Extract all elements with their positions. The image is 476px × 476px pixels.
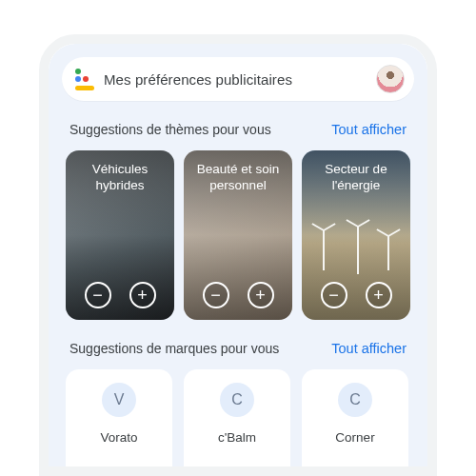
theme-card-title: Secteur de l'énergie [311, 162, 401, 194]
brand-card[interactable]: C Corner [302, 369, 408, 476]
brand-name: Corner [335, 430, 374, 445]
brands-section-header: Suggestions de marques pour vous Tout af… [62, 320, 414, 369]
brand-initial-badge: C [338, 383, 372, 417]
theme-remove-button[interactable]: − [321, 282, 347, 308]
app-header: Mes préférences publicitaires [62, 57, 414, 101]
theme-remove-button[interactable]: − [203, 282, 229, 308]
brands-carousel[interactable]: V Vorato C c'Balm C Corner [62, 369, 414, 476]
themes-section-label: Suggestions de thèmes pour vous [69, 122, 271, 137]
themes-section-header: Suggestions de thèmes pour vous Tout aff… [62, 101, 414, 150]
themes-show-all-link[interactable]: Tout afficher [331, 122, 407, 137]
brand-card[interactable]: V Vorato [66, 369, 172, 476]
brand-name: c'Balm [218, 430, 256, 445]
brands-show-all-link[interactable]: Tout afficher [331, 341, 407, 356]
plus-icon: + [373, 287, 384, 304]
app-logo-icon [75, 69, 94, 90]
plus-icon: + [255, 287, 266, 304]
theme-add-button[interactable]: + [248, 282, 274, 308]
brand-card[interactable]: C c'Balm [184, 369, 290, 476]
theme-card-title: Véhicules hybrides [75, 162, 165, 194]
plus-icon: + [137, 287, 148, 304]
theme-card-title: Beauté et soin personnel [193, 162, 283, 194]
theme-card[interactable]: Secteur de l'énergie − + [302, 150, 410, 320]
phone-frame: Mes préférences publicitaires Suggestion… [39, 34, 437, 476]
theme-add-button[interactable]: + [366, 282, 392, 308]
brand-initial-badge: C [220, 383, 254, 417]
minus-icon: − [210, 287, 221, 304]
account-avatar[interactable] [376, 65, 405, 93]
minus-icon: − [328, 287, 339, 304]
brand-name: Vorato [100, 430, 137, 445]
theme-remove-button[interactable]: − [85, 282, 111, 308]
brands-section-label: Suggestions de marques pour vous [69, 341, 279, 356]
minus-icon: − [92, 287, 103, 304]
brand-initial-badge: V [102, 383, 136, 417]
theme-add-button[interactable]: + [129, 282, 156, 308]
app-screen: Mes préférences publicitaires Suggestion… [49, 44, 427, 466]
theme-card[interactable]: Beauté et soin personnel − + [184, 150, 292, 320]
page-title: Mes préférences publicitaires [104, 71, 367, 88]
themes-carousel[interactable]: Véhicules hybrides − + Beauté et soin pe… [62, 150, 414, 320]
theme-card[interactable]: Véhicules hybrides − + [66, 150, 174, 320]
